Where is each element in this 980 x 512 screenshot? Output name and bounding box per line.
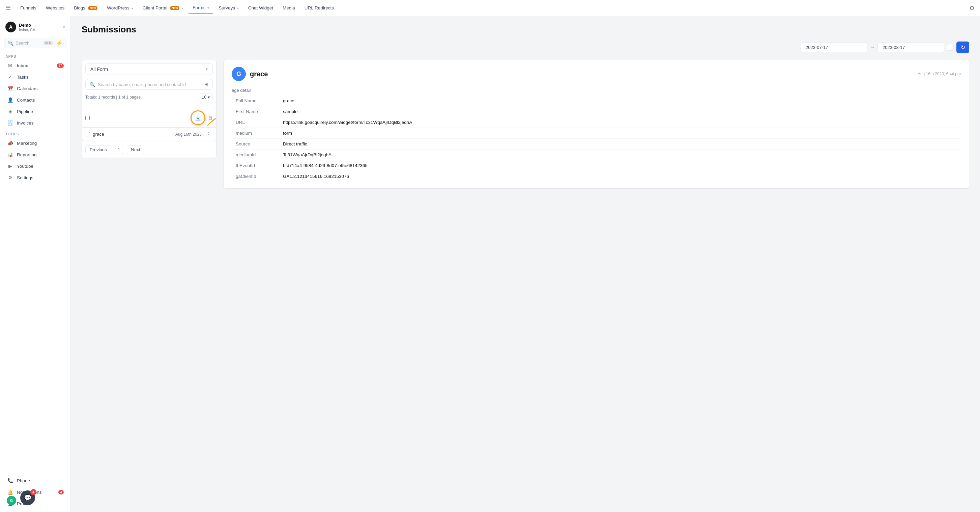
- totals-text: Totals: 1 records | 1 of 1 pages: [85, 95, 141, 100]
- tools-section-label: Tools: [0, 129, 70, 137]
- client-portal-new-badge: New: [170, 6, 180, 10]
- per-page-chevron-icon: ▾: [208, 95, 210, 100]
- notifications-badge: 4: [58, 490, 64, 494]
- phone-icon: 📞: [7, 477, 13, 484]
- per-page-value: 10: [202, 95, 207, 100]
- previous-button[interactable]: Previous: [85, 145, 111, 154]
- table-actions: 🗑: [191, 110, 213, 125]
- reporting-icon: 📊: [7, 151, 13, 158]
- sidebar-item-settings[interactable]: ⚙ Settings: [2, 172, 69, 183]
- nav-forms[interactable]: Forms ▾: [189, 2, 213, 13]
- filter-icon[interactable]: ⊞: [204, 82, 208, 87]
- sidebar-item-label: Phone: [17, 478, 30, 483]
- sidebar-item-phone[interactable]: 📞 Phone: [2, 475, 69, 486]
- sidebar-item-invoices[interactable]: 🧾 Invoices: [2, 117, 69, 129]
- per-page-selector[interactable]: 10 ▾: [199, 93, 213, 101]
- user-location: Irvine, CA: [19, 28, 60, 32]
- date-arrow-icon: →: [870, 45, 875, 50]
- green-status-dot: G: [7, 496, 16, 505]
- right-panel: G grace Aug 16th 2023, 6:44 pm age detai…: [223, 60, 969, 189]
- nav-client-portal[interactable]: Client Portal New ▾: [138, 3, 188, 13]
- row-checkbox[interactable]: [86, 132, 90, 136]
- sidebar-item-tasks[interactable]: ✓ Tasks: [2, 71, 69, 83]
- date-start-input[interactable]: [800, 43, 867, 52]
- main-content: Submissions → ↻ All Form: [71, 16, 980, 512]
- forms-chevron: ▾: [207, 6, 209, 10]
- download-button[interactable]: [191, 110, 205, 125]
- sidebar-item-contacts[interactable]: 👤 Contacts: [2, 94, 69, 106]
- user-chevron-icon: ▾: [63, 25, 65, 29]
- nav-funnels[interactable]: Funnels: [16, 3, 40, 13]
- left-panel: All Form ▾ 🔍 Search by name, email, phon…: [82, 60, 216, 189]
- sidebar-item-youtube[interactable]: ▶ Youtube: [2, 160, 69, 172]
- search-icon: 🔍: [8, 40, 13, 46]
- detail-row: fbEventIdbfd714a4-9584-4d29-8d07-ef5e681…: [232, 160, 961, 171]
- detail-value: https://link.goacquirely.com/widget/form…: [279, 117, 961, 128]
- sidebar-item-calendars[interactable]: 📅 Calendars: [2, 83, 69, 94]
- sidebar-search[interactable]: 🔍 Search ⌘ K ⚡: [4, 38, 67, 48]
- detail-key: Source: [232, 139, 279, 150]
- detail-value: bfd714a4-9584-4d29-8d07-ef5e68142365: [279, 160, 961, 171]
- contact-avatar: G: [232, 67, 246, 81]
- app-shell: ☰ Funnels Websites Blogs New WordPress ▾…: [0, 0, 980, 512]
- detail-key: First Name: [232, 106, 279, 117]
- trash-icon[interactable]: 🗑: [208, 115, 213, 121]
- sidebar-user[interactable]: A Demo Irvine, CA ▾: [0, 19, 70, 35]
- sidebar-item-label: Inbox: [17, 63, 28, 68]
- detail-row: URLhttps://link.goacquirely.com/widget/f…: [232, 117, 961, 128]
- sidebar-item-pipeline[interactable]: ◈ Pipeline: [2, 106, 69, 117]
- detail-key: mediumId: [232, 150, 279, 160]
- nav-chat-widget[interactable]: Chat Widget: [244, 3, 277, 13]
- sidebar-item-marketing[interactable]: 📣 Marketing: [2, 137, 69, 149]
- chat-badge: 4: [30, 489, 37, 495]
- settings-gear-icon[interactable]: ⚙: [969, 5, 975, 12]
- sidebar-item-label: Marketing: [17, 141, 37, 146]
- detail-key: Full Name: [232, 96, 279, 106]
- detail-value: GA1.2.1213415616.1692153076: [279, 171, 961, 182]
- detail-row: mediumform: [232, 128, 961, 139]
- nav-wordpress[interactable]: WordPress ▾: [103, 3, 137, 13]
- contact-name: grace: [250, 70, 268, 78]
- sidebar-item-label: Youtube: [17, 164, 33, 169]
- sidebar-item-label: Contacts: [17, 97, 35, 103]
- sidebar-item-label: Settings: [17, 175, 33, 180]
- settings-icon: ⚙: [7, 174, 13, 181]
- sidebar-item-reporting[interactable]: 📊 Reporting: [2, 149, 69, 160]
- top-nav: ☰ Funnels Websites Blogs New WordPress ▾…: [0, 0, 980, 16]
- nav-blogs[interactable]: Blogs New: [70, 3, 102, 13]
- nav-surveys[interactable]: Surveys ▾: [215, 3, 243, 13]
- detail-table: Full NamegraceFirst NamesampleURLhttps:/…: [232, 96, 961, 182]
- next-button[interactable]: Next: [127, 145, 145, 154]
- nav-url-redirects[interactable]: URL Redirects: [301, 3, 338, 13]
- row-actions-menu[interactable]: ⋮: [204, 131, 212, 137]
- nav-websites[interactable]: Websites: [42, 3, 68, 13]
- date-range-row: → ↻: [82, 41, 969, 53]
- hamburger-icon[interactable]: ☰: [5, 5, 11, 12]
- tasks-icon: ✓: [7, 73, 13, 80]
- client-portal-chevron: ▾: [181, 6, 183, 10]
- detail-row: SourceDirect traffic: [232, 139, 961, 150]
- select-all-checkbox[interactable]: [85, 116, 90, 120]
- apps-section-label: Apps: [0, 51, 70, 60]
- date-end-input[interactable]: [878, 43, 944, 52]
- nav-media[interactable]: Media: [278, 3, 299, 13]
- sidebar: A Demo Irvine, CA ▾ 🔍 Search ⌘ K ⚡ Apps …: [0, 16, 71, 512]
- detail-value: Direct traffic: [279, 139, 961, 150]
- refresh-button[interactable]: ↻: [956, 41, 969, 53]
- youtube-icon: ▶: [7, 163, 13, 169]
- bolt-icon: ⚡: [56, 40, 63, 46]
- table-header: 🗑: [82, 108, 216, 128]
- contact-header: G grace Aug 16th 2023, 6:44 pm: [232, 67, 961, 81]
- form-selector[interactable]: All Form ▾: [85, 64, 213, 75]
- detail-key: URL: [232, 117, 279, 128]
- submissions-search-input[interactable]: Search by name, email, phone and contact…: [98, 82, 202, 87]
- calendar-picker-icon[interactable]: [947, 44, 954, 51]
- pipeline-icon: ◈: [7, 108, 13, 115]
- detail-value: Tc31WqaAjrDqBl2jeqhA: [279, 150, 961, 160]
- chat-bubble[interactable]: 💬 4: [20, 490, 35, 505]
- detail-value: form: [279, 128, 961, 139]
- download-btn-container: [191, 110, 205, 125]
- page-number: 1: [114, 145, 124, 154]
- sidebar-item-inbox[interactable]: ✉ Inbox 17: [2, 60, 69, 71]
- detail-row: mediumIdTc31WqaAjrDqBl2jeqhA: [232, 150, 961, 160]
